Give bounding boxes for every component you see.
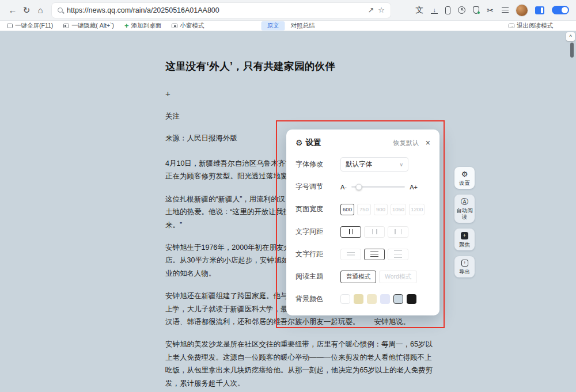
font-select[interactable]: 默认字体 ∨ <box>340 157 408 172</box>
page-width-750-button[interactable]: 750 <box>357 204 371 215</box>
text-line: 上老人免费理发。这源自一位顾客的暖心举动——一位来剪发的老人看他忙得顾不上 <box>165 351 419 364</box>
background-color-options <box>340 294 416 304</box>
toggle-knob <box>562 7 568 13</box>
close-icon[interactable]: × <box>426 139 430 146</box>
settings-panel-header: ⚙ 设置 恢复默认 × <box>295 138 430 148</box>
fullscreen-label: 一键全屏(F11) <box>15 22 53 30</box>
theme-normal-button[interactable]: 普通模式 <box>340 271 376 283</box>
line-height-wide-button[interactable] <box>388 249 408 260</box>
side-focus-button[interactable]: + 聚焦 <box>454 229 475 250</box>
download-icon[interactable]: ↓ <box>431 7 438 14</box>
font-size-row: 字号调节 A- A+ <box>295 180 430 194</box>
line-height-options <box>340 249 408 260</box>
font-size-control: A- A+ <box>340 184 418 191</box>
search-icon <box>58 7 63 13</box>
bg-lavender-swatch[interactable] <box>380 294 390 304</box>
text-line: 安钟旭的美发沙龙是所在社区交往的重要纽带，店里有个暖心惯例：每周一，65岁以 <box>165 338 419 351</box>
add-desktop-label: 添加到桌面 <box>131 22 162 30</box>
hide-button[interactable]: 一键隐藏( Alt+`) <box>63 22 114 30</box>
theme-word-button[interactable]: Word模式 <box>379 271 417 283</box>
menu-icon[interactable] <box>501 6 509 14</box>
settings-title: 设置 <box>306 138 321 148</box>
reading-theme-row-label: 阅读主题 <box>295 272 340 281</box>
refresh-button[interactable]: ↻ <box>20 3 33 17</box>
font-smaller-button[interactable]: A- <box>340 184 347 191</box>
paragraph: 安钟旭的美发沙龙是所在社区交往的重要纽带，店里有个暖心惯例：每周一，65岁以 上… <box>165 338 419 390</box>
background-color-row-label: 背景颜色 <box>295 294 340 304</box>
reading-mode-toggle[interactable] <box>552 6 569 14</box>
letter-spacing-options <box>340 226 408 238</box>
mini-window-button[interactable]: 小窗模式 <box>172 22 204 30</box>
side-export-button[interactable]: ↑ 导出 <box>454 256 475 277</box>
line-height-row-label: 文字行距 <box>295 249 340 259</box>
letter-spacing-tight-button[interactable] <box>340 226 361 238</box>
mini-window-icon <box>172 24 177 28</box>
home-button[interactable]: ⌂ <box>33 3 47 17</box>
font-larger-button[interactable]: A+ <box>410 184 418 191</box>
fullscreen-button[interactable]: 一键全屏(F11) <box>7 22 53 30</box>
font-size-slider-thumb[interactable] <box>356 184 362 190</box>
focus-icon: + <box>461 232 468 239</box>
page-width-1200-button[interactable]: 1200 <box>409 204 425 215</box>
line-height-medium-button[interactable] <box>364 249 385 260</box>
settings-panel: ⚙ 设置 恢复默认 × 字体修改 默认字体 ∨ 字号调节 A- A+ 页面宽度 <box>286 130 439 315</box>
security-shield-icon[interactable] <box>473 6 479 14</box>
letter-spacing-medium-button[interactable] <box>364 226 385 238</box>
follow-button[interactable]: 关注 <box>165 112 419 121</box>
screenshot-scissors-icon[interactable]: ✂ <box>487 6 494 15</box>
scroll-top-button[interactable]: ^ <box>566 32 575 41</box>
reading-content: 这里没有‘外人’，只有共建家园的伙伴 + 关注 来源：人民日报海外版 4月10日… <box>0 31 576 392</box>
auto-read-icon: Ⓐ <box>461 198 468 205</box>
font-size-slider[interactable] <box>351 186 405 188</box>
tab-original[interactable]: 原文 <box>262 21 285 31</box>
translate-icon[interactable]: 文 <box>415 5 423 16</box>
exit-reading-button[interactable]: 退出阅读模式 <box>509 22 553 30</box>
page-width-row-label: 页面宽度 <box>295 204 340 214</box>
url-text[interactable]: https://news.qq.com/rain/a/20250516A01AA… <box>67 6 363 14</box>
back-button[interactable]: ← <box>6 3 20 17</box>
follow-plus-button[interactable]: + <box>165 89 419 98</box>
page-width-900-button[interactable]: 900 <box>374 204 388 215</box>
text-line: 发，累计服务超千人次。 <box>165 377 419 390</box>
tab-compare-summary[interactable]: 对照总结 <box>291 22 315 30</box>
page-width-options: 600 750 900 1050 1200 <box>340 204 425 215</box>
page-width-1050-button[interactable]: 1050 <box>391 204 406 215</box>
page-width-600-button[interactable]: 600 <box>340 204 354 215</box>
bg-bluegray-swatch[interactable] <box>393 294 403 304</box>
history-icon[interactable] <box>458 6 465 14</box>
line-height-row: 文字行距 <box>295 247 430 261</box>
text-line: 汉语、韩语都很流利，还和邻居的维吾尔族小朋友一起玩耍。 安钟旭说。 <box>165 315 419 328</box>
bg-tan-swatch[interactable] <box>354 294 363 304</box>
bg-black-swatch[interactable] <box>407 294 416 304</box>
view-tabs: 原文 对照总结 <box>262 21 315 31</box>
sidebar-panel-icon[interactable] <box>535 6 544 14</box>
line-height-tight-button[interactable] <box>340 249 361 260</box>
side-auto-read-button[interactable]: Ⓐ 自动阅读 <box>454 195 475 223</box>
address-bar[interactable]: https://news.qq.com/rain/a/20250516A01AA… <box>52 3 391 18</box>
side-settings-button[interactable]: ⚙ 设置 <box>454 167 475 189</box>
side-settings-label: 设置 <box>459 180 470 186</box>
bg-white-swatch[interactable] <box>340 294 350 304</box>
font-size-row-label: 字号调节 <box>295 182 340 192</box>
reading-theme-row: 阅读主题 普通模式 Word模式 <box>295 269 430 284</box>
side-export-label: 导出 <box>459 268 470 275</box>
letter-spacing-wide-button[interactable] <box>388 226 408 238</box>
quick-toolbar: 一键全屏(F11) 一键隐藏( Alt+`) + 添加到桌面 小窗模式 原文 对… <box>0 21 576 31</box>
restore-default-button[interactable]: 恢复默认 <box>393 139 419 147</box>
scrollbar-thumb[interactable] <box>570 43 574 58</box>
side-auto-read-label: 自动阅读 <box>456 207 473 220</box>
side-focus-label: 聚焦 <box>459 241 470 248</box>
bookmark-star-icon[interactable]: ☆ <box>378 6 385 14</box>
send-icon[interactable]: ↗ <box>367 6 374 14</box>
add-desktop-button[interactable]: + 添加到桌面 <box>124 22 161 30</box>
font-row-label: 字体修改 <box>295 159 340 169</box>
export-icon: ↑ <box>461 260 468 267</box>
send-to-phone-icon[interactable] <box>445 6 450 14</box>
mini-window-label: 小窗模式 <box>180 22 204 30</box>
letter-spacing-row: 文字间距 <box>295 224 430 239</box>
user-avatar[interactable] <box>516 5 528 16</box>
browser-topbar: ← ↻ ⌂ https://news.qq.com/rain/a/2025051… <box>0 0 576 21</box>
background-color-row: 背景颜色 <box>295 292 430 306</box>
bg-cream-swatch[interactable] <box>367 294 377 304</box>
chevron-down-icon: ∨ <box>399 162 403 168</box>
